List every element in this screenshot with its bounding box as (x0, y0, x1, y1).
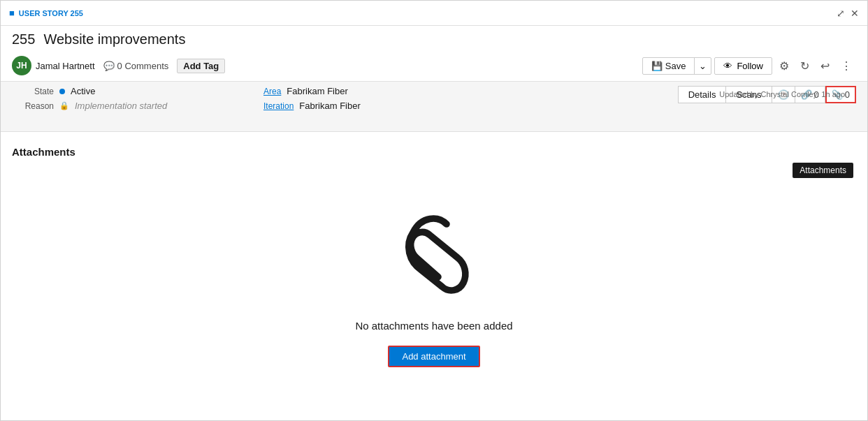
follow-button[interactable]: 👁 Follow (714, 57, 772, 75)
state-label: State (12, 87, 54, 96)
add-attachment-button[interactable]: Add attachment (388, 346, 479, 367)
refresh-icon[interactable]: ↻ (796, 57, 813, 75)
content-area: Attachments No attachments have been add… (1, 132, 867, 420)
right-panel: Updated by Chrystal Comley: 1h ago Detai… (678, 86, 856, 103)
author-name: Jamal Hartnett (36, 61, 95, 71)
iteration-label[interactable]: Iteration (263, 101, 294, 111)
area-value[interactable]: Fabrikam Fiber (287, 86, 347, 96)
toolbar-row: JH Jamal Hartnett 💬 0 Comments Add Tag 💾… (12, 53, 856, 78)
empty-attachments-state: No attachments have been added Add attac… (12, 172, 856, 406)
paperclip-large-icon (392, 212, 476, 306)
fields-container: State Active Reason 🔒 Implementation sta… (1, 82, 867, 132)
eye-icon: 👁 (723, 61, 732, 71)
collapse-icon[interactable]: ⤢ (837, 8, 845, 19)
settings-icon[interactable]: ⚙ (775, 57, 793, 75)
title-bar: ■ USER STORY 255 ⤢ ✕ (1, 1, 867, 26)
attachments-section-title: Attachments (12, 146, 75, 158)
iteration-value[interactable]: Fabrikam Fiber (299, 101, 360, 111)
no-attachments-label: No attachments have been added (355, 320, 512, 332)
state-dot (59, 89, 65, 94)
save-button-group: 💾 Save ⌄ (642, 57, 712, 75)
attachments-tooltip: Attachments (793, 163, 853, 178)
avatar: JH (12, 56, 31, 75)
state-field: State Active (12, 86, 236, 96)
reason-field: Reason 🔒 Implementation started (12, 101, 236, 111)
reason-label: Reason (12, 101, 54, 111)
area-field: Area Fabrikam Fiber (263, 86, 361, 96)
work-item-number: 255 (12, 31, 35, 47)
more-actions-icon[interactable]: ⋮ (837, 57, 856, 75)
undo-icon[interactable]: ↩ (816, 57, 834, 75)
updated-info: Updated by Chrystal Comley: 1h ago (719, 90, 845, 98)
comment-icon: 💬 (103, 61, 115, 71)
lock-icon: 🔒 (59, 101, 69, 110)
work-item-header: 255 Website improvements JH Jamal Hartne… (1, 26, 867, 82)
add-tag-button[interactable]: Add Tag (177, 59, 225, 73)
state-value[interactable]: Active (71, 86, 95, 96)
save-button[interactable]: 💾 Save (643, 58, 695, 74)
iteration-field: Iteration Fabrikam Fiber (263, 101, 361, 111)
save-dropdown-arrow[interactable]: ⌄ (695, 58, 711, 74)
reason-value: Implementation started (75, 101, 167, 111)
area-label[interactable]: Area (263, 87, 281, 96)
comments-count: 0 Comments (117, 61, 169, 71)
work-item-title[interactable]: Website improvements (43, 31, 185, 47)
work-item-type-label: USER STORY 255 (19, 9, 83, 17)
comments-button[interactable]: 💬 0 Comments (99, 59, 173, 73)
attachments-count: 0 (845, 89, 850, 100)
close-icon[interactable]: ✕ (851, 8, 859, 19)
save-icon: 💾 (651, 61, 663, 71)
